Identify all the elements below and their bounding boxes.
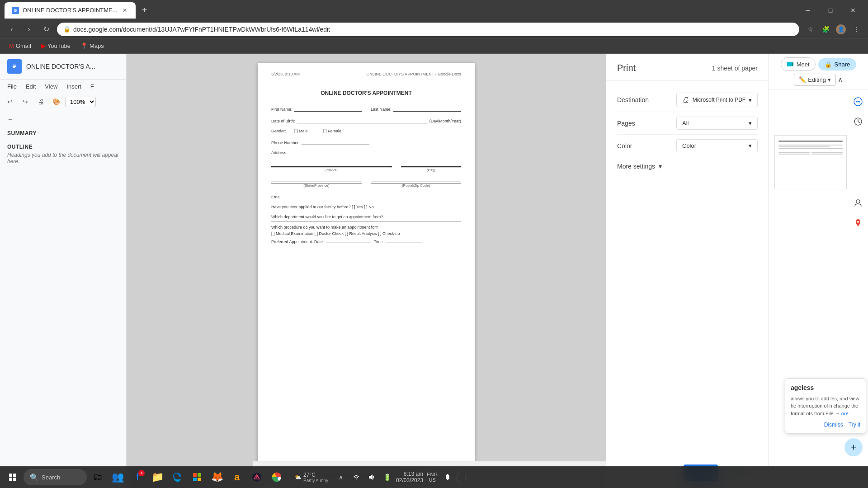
collapse-button[interactable]: ∧: [838, 75, 843, 84]
pages-label: Pages: [617, 120, 635, 127]
battery-icon[interactable]: 🔋: [381, 471, 393, 483]
phone-label: Phone Number:: [271, 141, 300, 145]
outline-hint-text: Headings you add to the document will ap…: [7, 152, 119, 164]
show-desktop-button[interactable]: |: [457, 471, 469, 483]
taskbar-search-button[interactable]: 🔍 Search: [24, 469, 87, 485]
docs-toolbar: ↩ ↪ 🖨 🎨 100%: [0, 94, 126, 110]
undo-button[interactable]: ↩: [4, 95, 16, 108]
bookmark-gmail-label: Gmail: [16, 42, 31, 49]
procedure-section: Which procedure do you want to make an a…: [271, 225, 461, 236]
clock-display[interactable]: 8:13 am 02/03/2023: [396, 471, 423, 483]
taskbar-app-chrome[interactable]: [268, 468, 286, 486]
firefox-icon: 🦊: [211, 471, 223, 483]
wifi-icon[interactable]: [350, 471, 363, 483]
postal-line: [371, 176, 461, 182]
maps-side-icon-button[interactable]: [850, 215, 866, 231]
taskbar-search-label: Search: [42, 474, 60, 481]
svg-rect-4: [13, 66, 16, 67]
menu-file[interactable]: File: [4, 81, 20, 92]
profile-button[interactable]: 👤: [835, 23, 847, 36]
chat-icon-button[interactable]: [850, 94, 866, 110]
zoom-select[interactable]: 100%: [65, 97, 96, 107]
back-nav-button[interactable]: ←: [7, 116, 119, 123]
color-row: Color Color ▾: [617, 135, 758, 157]
minimize-button[interactable]: ─: [797, 3, 818, 18]
bookmark-star-button[interactable]: ☆: [804, 23, 816, 36]
editing-label: Editing: [808, 76, 826, 83]
maximize-button[interactable]: □: [820, 3, 841, 18]
taskbar-app-explorer[interactable]: 📁: [148, 468, 166, 486]
weather-widget[interactable]: ⛅ 8:13 am 27°C Partly sunny: [291, 472, 332, 483]
svg-rect-18: [198, 478, 201, 481]
destination-select[interactable]: 🖨 Microsoft Print to PDF ▾: [676, 93, 758, 107]
active-tab[interactable]: G ONLINE DOCTOR'S APPOINTME... ✕: [5, 2, 136, 19]
print-button[interactable]: 🖨: [34, 95, 47, 108]
thumb-two-col: [778, 151, 843, 155]
tooltip-dismiss-button[interactable]: Dismiss: [824, 422, 843, 428]
taskbar-app-windows-store[interactable]: [188, 468, 206, 486]
redo-button[interactable]: ↪: [19, 95, 32, 108]
window-controls: ─ □ ✕: [797, 3, 863, 18]
tab-favicon: G: [12, 7, 19, 14]
dept-question: Which department would you like to get a…: [271, 215, 461, 219]
name-row: First Name: Last Name:: [271, 105, 461, 112]
editing-chevron-icon: ▾: [828, 76, 831, 83]
tooltip-more-link[interactable]: ore: [841, 411, 849, 416]
svg-point-20: [256, 476, 258, 478]
share-button[interactable]: 🔒 Share: [818, 58, 857, 70]
tooltip-try-button[interactable]: Try it: [849, 422, 860, 428]
first-name-line: [294, 105, 362, 112]
taskbar-app-amazon[interactable]: a: [228, 468, 246, 486]
state-field: (State/Province): [271, 176, 362, 188]
user-icon-button[interactable]: [850, 195, 866, 211]
sound-icon[interactable]: [365, 471, 378, 483]
bookmark-youtube-label: YouTube: [47, 42, 71, 49]
editing-button[interactable]: ✏️ Editing ▾: [794, 74, 836, 86]
bookmark-maps[interactable]: 📍 Maps: [77, 41, 108, 51]
taskbar-app-teams[interactable]: 👥: [108, 468, 127, 486]
start-button[interactable]: [4, 468, 22, 486]
extensions-button[interactable]: 🧩: [819, 23, 832, 36]
appointment-row: Preferred Appointment: Date Time: [271, 239, 461, 244]
menu-button[interactable]: ⋮: [850, 23, 863, 36]
menu-format[interactable]: F: [87, 81, 98, 92]
state-sub: (State/Province): [271, 183, 362, 188]
menu-edit[interactable]: Edit: [22, 81, 39, 92]
main-content: ONLINE DOCTOR'S A... File Edit View Inse…: [0, 54, 868, 488]
google-meet-button[interactable]: Meet: [781, 57, 816, 71]
new-tab-button[interactable]: +: [138, 4, 151, 17]
back-button[interactable]: ‹: [5, 23, 18, 36]
taskbar-app-firefox[interactable]: 🦊: [208, 468, 226, 486]
more-settings-button[interactable]: More settings ▾: [617, 157, 758, 175]
reload-button[interactable]: ↻: [40, 23, 52, 36]
lang-button[interactable]: ENGUS: [426, 471, 439, 483]
toolbar-icons: ☆ 🧩 👤 ⋮: [804, 23, 863, 36]
docs-document-title[interactable]: ONLINE DOCTOR'S A...: [26, 63, 119, 70]
taskbar-app-edge[interactable]: [168, 468, 186, 486]
address-section: Address: (Street) (City) (State/Pr: [271, 150, 461, 188]
menu-view[interactable]: View: [41, 81, 61, 92]
address-bar[interactable]: 🔒 docs.google.com/document/d/13UJA7wFYfF…: [57, 23, 799, 36]
email-label: Email:: [271, 195, 283, 199]
add-button[interactable]: +: [844, 438, 863, 456]
taskbar-app-files[interactable]: 🗂: [89, 468, 107, 486]
gender-female: [ ] Female: [323, 129, 341, 133]
tab-close-button[interactable]: ✕: [121, 7, 128, 14]
bookmark-youtube[interactable]: ▶ YouTube: [38, 41, 74, 51]
paint-format-button[interactable]: 🎨: [50, 95, 62, 108]
pages-select[interactable]: All ▾: [676, 117, 758, 130]
svg-rect-5: [13, 67, 15, 68]
taskbar-app-artstudio[interactable]: [248, 468, 266, 486]
close-button[interactable]: ✕: [843, 3, 863, 18]
taskbar-app-facebook[interactable]: f 4: [128, 468, 146, 486]
notification-button[interactable]: [441, 471, 454, 483]
explorer-icon: 📁: [151, 471, 164, 483]
doc-thumbnail-container: [771, 133, 866, 191]
bookmark-gmail[interactable]: M Gmail: [5, 41, 35, 51]
color-select[interactable]: Color ▾: [676, 139, 758, 152]
forward-button[interactable]: ›: [23, 23, 35, 36]
dob-sub: (Day/Month/Year): [429, 119, 461, 123]
menu-insert[interactable]: Insert: [63, 81, 85, 92]
hidden-icons-button[interactable]: ∧: [335, 471, 347, 483]
history-icon-button[interactable]: [850, 113, 866, 130]
